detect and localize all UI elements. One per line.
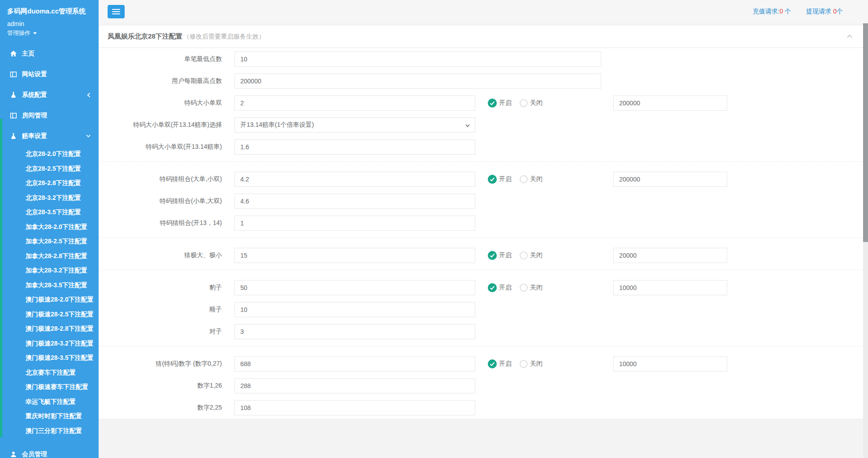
sidebar-item-label: 房间管理 [22, 112, 47, 120]
sidebar-item-home[interactable]: 主页 [0, 43, 99, 64]
sidebar-subitem[interactable]: 澳门极速28-3.2下注配置 [0, 336, 99, 351]
sidebar-nav: 主页 网站设置 系统配置 房间管理 赔率设置 北京28-2.0下注配置北京28-… [0, 43, 99, 458]
sidebar-subitem[interactable]: 加拿大28-2.5下注配置 [0, 234, 99, 249]
hamburger-icon [112, 9, 120, 10]
sidebar-subitem[interactable]: 澳门极速28-2.5下注配置 [0, 307, 99, 322]
sidebar-subitem[interactable]: 幸运飞艇下注配置 [0, 394, 99, 409]
sidebar-subitem[interactable]: 北京28-2.8下注配置 [0, 176, 99, 190]
limit-input[interactable] [613, 248, 727, 263]
radio-on-icon[interactable] [488, 251, 497, 260]
field-input[interactable] [234, 248, 475, 263]
field-label: 特码猜组合(大单,小双) [99, 175, 229, 183]
sidebar-subitem[interactable]: 重庆时时彩下注配置 [0, 409, 99, 423]
sidebar-item-room-management[interactable]: 房间管理 [0, 105, 99, 126]
field-input[interactable] [234, 216, 475, 231]
toggle-off-label[interactable]: 关闭 [530, 251, 542, 259]
sidebar-subitem[interactable]: 北京28-3.2下注配置 [0, 190, 99, 205]
sidebar-subitem[interactable]: 北京赛车下注配置 [0, 365, 99, 380]
field-input[interactable] [234, 52, 601, 67]
field-input[interactable] [234, 280, 475, 295]
user-dropdown[interactable]: 管理操作 [0, 27, 99, 37]
sidebar-subitem[interactable]: 澳门三分彩下注配置 [0, 423, 99, 438]
collapse-panel-icon[interactable] [846, 33, 853, 39]
form-row: 特码猜组合(小单,大双) [99, 194, 863, 209]
field-input[interactable] [234, 73, 601, 89]
sidebar-toggle-button[interactable] [108, 5, 125, 18]
limit-input[interactable] [613, 172, 727, 187]
sidebar-subitem[interactable]: 澳门极速28-2.8下注配置 [0, 321, 99, 336]
field-input[interactable] [234, 139, 475, 155]
sidebar-subitem[interactable]: 北京28-2.5下注配置 [0, 161, 99, 176]
sidebar-subitem[interactable]: 加拿大28-2.8下注配置 [0, 249, 99, 264]
limit-input[interactable] [613, 280, 727, 295]
enable-toggle: 开启关闭 [488, 172, 542, 187]
sidebar-item-odds-settings[interactable]: 赔率设置 [0, 126, 99, 147]
withdraw-requests-link[interactable]: 提现请求 0个 [806, 8, 843, 16]
sidebar-item-system-config[interactable]: 系统配置 [0, 85, 99, 105]
section-divider [99, 238, 863, 238]
sidebar-subitem[interactable]: 加拿大28-3.5下注配置 [0, 278, 99, 293]
enable-toggle: 开启关闭 [488, 95, 542, 111]
panel-body: 单笔最低点数用户每期最高点数特码大小单双开启关闭特码大小单双(开13.14赔率)… [99, 48, 863, 415]
scrollbar-thumb[interactable] [863, 23, 868, 242]
sidebar-subitem[interactable]: 澳门极速赛车下注配置 [0, 380, 99, 394]
sidebar-item-label: 赔率设置 [22, 132, 47, 140]
toggle-off-label[interactable]: 关闭 [530, 360, 542, 368]
radio-on-icon[interactable] [488, 283, 497, 292]
toggle-on-label[interactable]: 开启 [499, 175, 512, 183]
radio-on-icon[interactable] [488, 175, 497, 184]
toggle-off-label[interactable]: 关闭 [530, 175, 542, 183]
sidebar-subitem[interactable]: 北京28-2.0下注配置 [0, 147, 99, 161]
toggle-off-label[interactable]: 关闭 [530, 284, 542, 292]
field-input[interactable] [234, 302, 475, 317]
active-menu-indicator [0, 119, 2, 437]
field-input[interactable] [234, 400, 475, 415]
home-icon [10, 50, 17, 57]
radio-off-icon[interactable] [520, 360, 528, 368]
form-row: 数字2,25 [99, 400, 863, 415]
field-label: 特码猜组合(小单,大双) [99, 197, 229, 205]
radio-on-icon[interactable] [488, 359, 497, 368]
field-input[interactable] [234, 95, 475, 111]
flask-icon [10, 91, 17, 99]
field-input[interactable] [234, 356, 475, 372]
radio-off-icon[interactable] [520, 284, 528, 292]
limit-input[interactable] [613, 95, 727, 111]
field-input[interactable] [234, 378, 475, 393]
enable-toggle: 开启关闭 [488, 248, 542, 263]
toggle-on-label[interactable]: 开启 [499, 99, 512, 107]
sidebar-subitem[interactable]: 加拿大28-3.2下注配置 [0, 263, 99, 278]
flask-icon [10, 133, 17, 140]
vertical-scrollbar[interactable] [863, 23, 868, 458]
sidebar-item-member-management[interactable]: 会员管理 [0, 444, 99, 458]
radio-off-icon[interactable] [520, 175, 528, 183]
window-icon [10, 71, 17, 78]
field-input[interactable] [234, 324, 475, 339]
select-chevron-icon [465, 123, 470, 128]
logged-in-username: admin [0, 16, 99, 27]
radio-on-icon[interactable] [488, 99, 497, 108]
limit-input[interactable] [613, 356, 727, 372]
toggle-off-label[interactable]: 关闭 [530, 99, 542, 107]
toggle-on-label[interactable]: 开启 [499, 251, 512, 259]
recharge-requests-link[interactable]: 充值请求:0 个 [753, 8, 791, 16]
form-row: 猜极大、极小开启关闭 [99, 248, 863, 263]
toggle-on-label[interactable]: 开启 [499, 360, 512, 368]
field-input[interactable] [234, 194, 475, 209]
radio-off-icon[interactable] [520, 99, 528, 107]
topbar: 充值请求:0 个 提现请求 0个 [99, 0, 868, 23]
field-label: 数字1,26 [99, 382, 229, 390]
sidebar-subitem[interactable]: 北京28-3.5下注配置 [0, 205, 99, 220]
rate-mode-select[interactable]: 开13.14赔率(1个倍率设置) [234, 117, 475, 133]
sidebar-subitem[interactable]: 澳门极速28-3.5下注配置 [0, 350, 99, 365]
sidebar-subitem[interactable]: 澳门极速28-2.0下注配置 [0, 292, 99, 307]
field-input[interactable] [234, 172, 475, 187]
field-label: 特码猜组合(开13，14) [99, 219, 229, 227]
field-label: 对子 [99, 328, 229, 336]
sidebar-subitem[interactable]: 加拿大28-2.0下注配置 [0, 220, 99, 234]
sidebar-item-site-settings[interactable]: 网站设置 [0, 64, 99, 85]
toggle-on-label[interactable]: 开启 [499, 284, 512, 292]
section-divider [99, 161, 863, 162]
radio-off-icon[interactable] [520, 251, 528, 259]
form-row: 数字1,26 [99, 378, 863, 393]
